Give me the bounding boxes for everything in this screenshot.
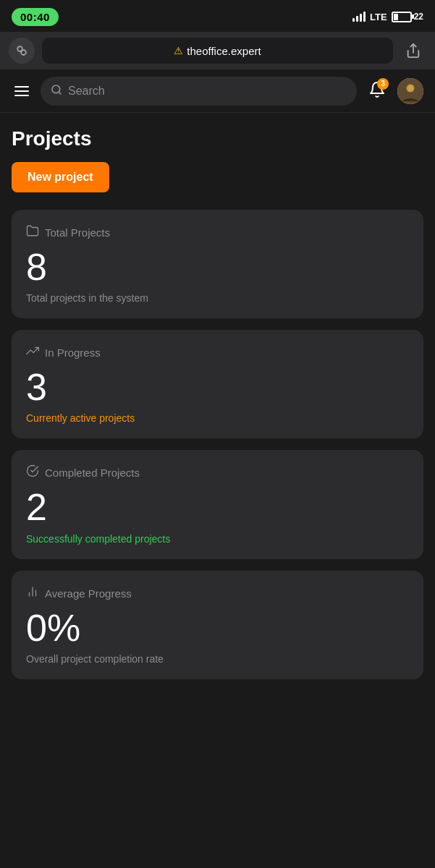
- completed-card: Completed Projects 2 Successfully comple…: [12, 450, 423, 558]
- card-header-completed: Completed Projects: [26, 464, 409, 481]
- lte-label: LTE: [370, 12, 387, 22]
- card-value-avg: 0%: [26, 608, 409, 649]
- url-text: theoffice.expert: [187, 45, 261, 57]
- browser-tabs-button[interactable]: [9, 38, 35, 64]
- svg-point-7: [407, 85, 414, 92]
- average-progress-card: Average Progress 0% Overall project comp…: [12, 571, 423, 679]
- card-header-progress: In Progress: [26, 344, 409, 361]
- warning-icon: ⚠: [174, 45, 183, 56]
- svg-line-4: [59, 92, 61, 94]
- check-icon: [26, 464, 39, 481]
- card-label-progress: In Progress: [45, 346, 101, 359]
- battery-box: [392, 12, 412, 22]
- search-bar[interactable]: Search: [41, 77, 357, 106]
- page-title: Projects: [12, 127, 423, 150]
- avatar[interactable]: [397, 78, 423, 104]
- search-placeholder: Search: [68, 85, 105, 98]
- card-desc-progress: Currently active projects: [26, 412, 409, 424]
- battery: 22: [392, 12, 423, 22]
- status-bar: 00:40 LTE 22: [0, 0, 435, 32]
- new-project-button[interactable]: New project: [12, 162, 109, 192]
- main-content: Projects New project Total Projects 8 To…: [0, 113, 435, 764]
- card-header-avg: Average Progress: [26, 585, 409, 602]
- folder-icon: [26, 224, 39, 241]
- card-label-total: Total Projects: [45, 226, 110, 239]
- share-button[interactable]: [400, 38, 426, 64]
- card-desc-total: Total projects in the system: [26, 292, 409, 304]
- card-label-completed: Completed Projects: [45, 467, 140, 479]
- status-time: 00:40: [12, 8, 59, 26]
- battery-fill: [394, 14, 399, 20]
- total-projects-card: Total Projects 8 Total projects in the s…: [12, 210, 423, 318]
- card-value-completed: 2: [26, 487, 409, 528]
- card-desc-avg: Overall project completion rate: [26, 653, 409, 665]
- notification-button[interactable]: 3: [366, 78, 389, 104]
- bar-chart-icon: [26, 585, 39, 602]
- hamburger-menu[interactable]: [12, 83, 32, 99]
- card-value-total: 8: [26, 247, 409, 288]
- in-progress-card: In Progress 3 Currently active projects: [12, 330, 423, 438]
- card-header: Total Projects: [26, 224, 409, 241]
- status-right: LTE 22: [352, 12, 423, 22]
- card-value-progress: 3: [26, 367, 409, 408]
- signal-icon: [352, 12, 366, 22]
- nav-bar: Search 3: [0, 69, 435, 113]
- trend-icon: [26, 344, 39, 361]
- card-label-avg: Average Progress: [45, 587, 132, 600]
- battery-level: 22: [414, 12, 423, 22]
- browser-bar: ⚠ theoffice.expert: [0, 32, 435, 69]
- address-bar[interactable]: ⚠ theoffice.expert: [42, 38, 393, 64]
- svg-point-1: [21, 50, 26, 55]
- search-icon: [51, 84, 62, 98]
- card-desc-completed: Successfully completed projects: [26, 533, 409, 545]
- notification-badge: 3: [377, 78, 389, 90]
